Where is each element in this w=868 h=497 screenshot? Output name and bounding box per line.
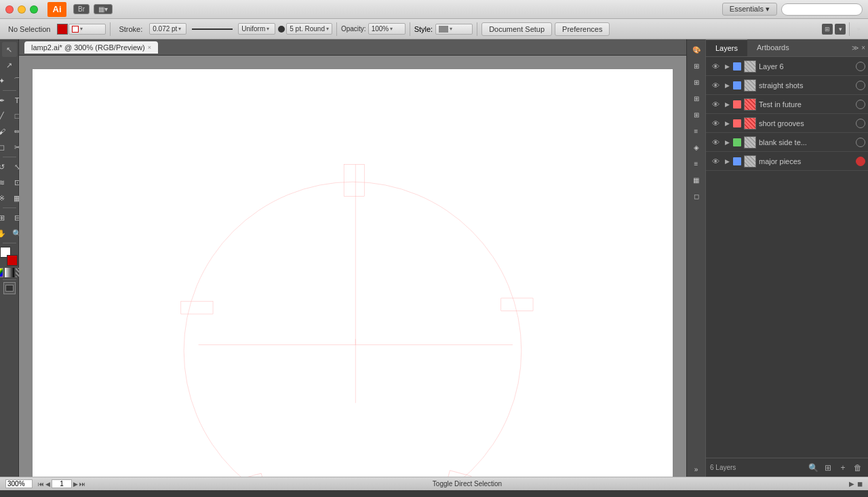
paint-brush-tool[interactable]: 🖌 (0, 124, 9, 139)
layer-visibility-icon[interactable]: 👁 (709, 138, 722, 146)
brushes-icon[interactable]: ⊞ (689, 75, 704, 90)
layer-row[interactable]: 👁 ▶ Layer 6 (706, 57, 868, 76)
layer-expand-icon[interactable]: ▶ (722, 139, 732, 146)
bridge-button[interactable]: Br (73, 4, 90, 14)
pen-tool[interactable]: ✒ (0, 93, 9, 108)
layers-tab[interactable]: Layers (706, 39, 747, 56)
close-button[interactable] (5, 5, 14, 14)
layers-tab-icons: ≫ × (852, 39, 868, 56)
transparency-icon[interactable]: ◻ (689, 188, 704, 203)
gradient-panel-icon[interactable]: ▦ (689, 172, 704, 187)
layer-target-indicator[interactable] (856, 157, 865, 166)
collapse-right-icon[interactable]: » (689, 462, 704, 477)
symbol-sprayer-tool[interactable]: ※ (0, 191, 9, 205)
minimize-button[interactable] (18, 5, 26, 14)
layers-tabs-bar: Layers Artboards ≫ × (706, 39, 868, 57)
prev-artboard-button[interactable]: ◀ (45, 481, 50, 488)
artboards-tab[interactable]: Artboards (747, 39, 799, 56)
opacity-dropdown[interactable]: 100%▾ (368, 23, 406, 35)
toolbar-separator-2 (336, 22, 337, 36)
line-tool[interactable]: ╱ (0, 108, 9, 123)
layer-visibility-icon[interactable]: 👁 (709, 119, 722, 127)
svg-rect-3 (181, 301, 213, 314)
first-artboard-button[interactable]: ⏮ (38, 481, 44, 488)
view-button[interactable]: ▦▾ (94, 4, 113, 14)
layer-row[interactable]: 👁 ▶ straight shots (706, 76, 868, 95)
direct-selection-tool[interactable]: ↗ (2, 58, 17, 73)
warp-tool[interactable]: ≋ (0, 175, 9, 190)
screen-mode-icon[interactable] (3, 282, 16, 294)
hand-tool[interactable]: ✋ (0, 226, 9, 241)
essentials-button[interactable]: Essentials ▾ (722, 3, 777, 16)
layer-visibility-icon[interactable]: 👁 (709, 81, 722, 90)
stroke-panel-icon[interactable]: ≡ (689, 156, 704, 171)
swatches-icon[interactable]: ⊞ (689, 58, 704, 73)
gradient-icon[interactable] (5, 268, 14, 277)
fill-swatch[interactable] (57, 24, 68, 35)
pathfinder-icon[interactable]: ≡ (689, 123, 704, 138)
arrange-icon[interactable]: ⊞ (822, 24, 833, 35)
layer-target-indicator[interactable] (856, 119, 865, 128)
stroke-type-dropdown[interactable]: ▾ (68, 24, 106, 35)
collapse-icon[interactable]: » (853, 24, 864, 35)
tab-close-button[interactable]: × (148, 44, 151, 51)
appearance-icon[interactable]: ◈ (689, 140, 704, 155)
layers-close-icon[interactable]: × (861, 44, 865, 52)
selection-tool[interactable]: ↖ (2, 42, 17, 57)
delete-layer-icon[interactable]: 🗑 (852, 462, 864, 474)
artboard-navigation: ⏮ ◀ ▶ ⏭ (38, 479, 85, 488)
arrow-icon[interactable]: ▶ (849, 480, 854, 488)
layer-visibility-icon[interactable]: 👁 (709, 62, 722, 71)
layer-row[interactable]: 👁 ▶ short grooves (706, 114, 868, 133)
stroke-value-dropdown[interactable]: 0.072 pt▾ (149, 23, 186, 35)
layer-expand-icon[interactable]: ▶ (722, 120, 732, 127)
layer-color-indicator (733, 138, 741, 146)
brush-size-dropdown[interactable]: 5 pt. Round▾ (286, 23, 332, 35)
ai-logo: Ai (47, 2, 66, 17)
layer-expand-icon[interactable]: ▶ (722, 63, 732, 70)
align-icon[interactable]: ⊞ (689, 107, 704, 122)
artboard-number-input[interactable] (52, 479, 72, 488)
rotate-tool[interactable]: ↺ (0, 159, 9, 174)
more-icon[interactable]: ▾ (835, 24, 846, 35)
layer-expand-icon[interactable]: ▶ (722, 82, 732, 89)
document-setup-button[interactable]: Document Setup (481, 22, 552, 36)
layer-name-label: Test in future (759, 100, 856, 108)
layer-expand-icon[interactable]: ▶ (722, 101, 732, 108)
color-panel-icon[interactable]: 🎨 (689, 42, 704, 57)
maximize-button[interactable] (30, 5, 38, 14)
magic-wand-tool[interactable]: ✦ (0, 73, 9, 88)
artboard-tool[interactable]: ⊞ (0, 210, 9, 225)
color-mode-icon[interactable] (0, 268, 3, 277)
layer-row[interactable]: 👁 ▶ blank side te... (706, 133, 868, 152)
search-input[interactable] (781, 3, 863, 16)
style-dropdown[interactable]: ▾ (435, 24, 473, 35)
new-layer-from-selection-icon[interactable]: ⊞ (822, 462, 834, 474)
zoom-input[interactable] (5, 479, 33, 488)
stroke-preview (192, 28, 233, 30)
new-layer-icon[interactable]: + (837, 462, 849, 474)
layer-row[interactable]: 👁 ▶ major pieces (706, 152, 868, 171)
last-artboard-button[interactable]: ⏭ (79, 481, 85, 488)
layers-count-label: 6 Layers (710, 464, 804, 471)
layer-target-indicator[interactable] (856, 100, 865, 109)
canvas-wrapper[interactable] (19, 56, 686, 477)
stroke-style-dropdown[interactable]: Uniform▾ (238, 23, 275, 35)
title-bar: Ai Br ▦▾ Essentials ▾ (0, 0, 868, 19)
layer-expand-icon[interactable]: ▶ (722, 158, 732, 165)
search-layers-icon[interactable]: 🔍 (807, 462, 819, 474)
layer-visibility-icon[interactable]: 👁 (709, 100, 722, 108)
transform-icon[interactable]: ⊞ (689, 91, 704, 106)
stop-icon[interactable]: ◼ (857, 480, 863, 488)
layers-menu-icon[interactable]: ≫ (852, 44, 859, 52)
next-artboard-button[interactable]: ▶ (73, 481, 78, 488)
layer-target-indicator[interactable] (856, 138, 865, 147)
eraser-tool[interactable]: ◻ (0, 140, 9, 155)
document-tab[interactable]: lamp2.ai* @ 300% (RGB/Preview) × (24, 41, 158, 54)
layer-target-indicator[interactable] (856, 81, 865, 90)
fill-stroke-swatches[interactable] (0, 247, 19, 266)
layer-row[interactable]: 👁 ▶ Test in future (706, 95, 868, 114)
preferences-button[interactable]: Preferences (555, 22, 610, 36)
layer-visibility-icon[interactable]: 👁 (709, 157, 722, 165)
layer-target-indicator[interactable] (856, 62, 865, 71)
